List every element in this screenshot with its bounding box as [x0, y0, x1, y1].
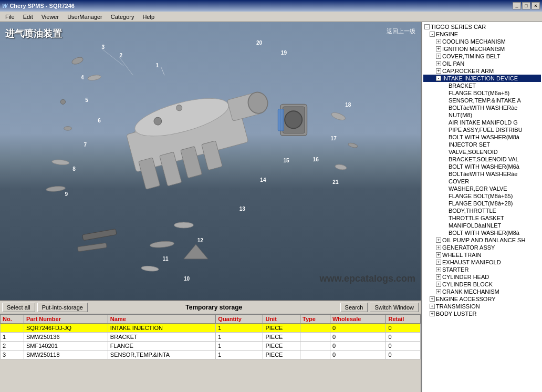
switch-window-button[interactable]: Switch Window — [370, 303, 419, 312]
svg-point-23 — [335, 164, 347, 171]
tree-item[interactable]: BOLT WITH WASHER(M6à — [423, 163, 541, 170]
expand-icon[interactable]: + — [430, 311, 435, 316]
expand-icon[interactable]: + — [436, 282, 441, 287]
tree-item[interactable]: WASHER,EGR VALVE — [423, 185, 541, 192]
tree-item[interactable]: +TRANSMISSION — [423, 303, 541, 310]
tree-item[interactable]: FLANGE BOLT(M6a+8) — [423, 89, 541, 97]
expand-icon[interactable]: + — [430, 304, 435, 309]
svg-point-17 — [60, 99, 65, 104]
tree-item[interactable]: SENSOR,TEMP.&INTAKE A — [423, 97, 541, 104]
cell-part-number: SMF140201 — [24, 342, 108, 350]
col-quantity: Quantity — [216, 315, 263, 324]
expand-icon[interactable]: + — [436, 61, 441, 66]
tree-item[interactable]: BOLTàeWITH WASHERàe — [423, 104, 541, 111]
tree-item[interactable]: AIR INTAKE MANIFOLD G — [423, 119, 541, 126]
collapse-icon[interactable]: - — [424, 24, 430, 29]
put-into-storage-button[interactable]: Put-into-storage — [37, 303, 88, 312]
cell-unit: PIECE — [263, 324, 300, 333]
expand-icon[interactable]: + — [436, 252, 441, 257]
tree-item-label: CYLINDER HEAD — [442, 274, 489, 280]
tree-item-label: BRACKET — [449, 82, 476, 89]
expand-icon[interactable]: + — [436, 68, 441, 74]
tree-item[interactable]: COVER — [423, 178, 541, 185]
expand-icon[interactable]: + — [430, 296, 435, 302]
expand-icon[interactable]: + — [436, 54, 441, 59]
maximize-button[interactable]: □ — [522, 2, 530, 9]
tree-item[interactable]: +WHEEL TRAIN — [423, 251, 541, 259]
tree-item[interactable]: +BODY LUSTER — [423, 310, 541, 317]
tree-item[interactable]: +STARTER — [423, 266, 541, 273]
temporary-storage-label: Temporary storage — [90, 304, 338, 311]
tree-item[interactable]: VALVE,SOLENOID — [423, 148, 541, 156]
table-header-row: No. Part Number Name Quantity Unit Type … — [1, 315, 421, 324]
tree-item[interactable]: +CYLINDER BLOCK — [423, 281, 541, 288]
tree-item[interactable]: +IGNITION MECHANISM — [423, 45, 541, 53]
tree-panel[interactable]: -TIGGO SERIES CAR-ENGINE+COOLING MECHANI… — [421, 22, 542, 392]
tree-item[interactable]: +ENGINE ACCESSORY — [423, 295, 541, 303]
tree-item[interactable]: THROTTLE GASKET — [423, 214, 541, 222]
search-button[interactable]: Search — [340, 303, 368, 312]
tree-item[interactable]: +CYLINDER HEAD — [423, 273, 541, 281]
table-container[interactable]: No. Part Number Name Quantity Unit Type … — [0, 314, 421, 391]
tree-item[interactable]: BOLT WITH WASHER(M8à — [423, 133, 541, 141]
tree-item[interactable]: +GENERATOR ASSY — [423, 244, 541, 251]
tree-item[interactable]: BODY,THROTTLE — [423, 207, 541, 214]
tree-item-label: BRACKET,SOLENOID VAL — [449, 156, 519, 162]
menu-bar: File Edit Viewer UserManager Category He… — [0, 12, 542, 22]
menu-viewer[interactable]: Viewer — [37, 13, 63, 21]
tree-item[interactable]: BOLT WITH WASHER(M8à — [423, 229, 541, 236]
tree-item[interactable]: +EXHAUST MANIFOLD — [423, 259, 541, 266]
menu-usermanager[interactable]: UserManager — [63, 13, 107, 21]
menu-edit[interactable]: Edit — [19, 13, 37, 21]
svg-text:7: 7 — [84, 142, 87, 148]
tree-item-label: EXHAUST MANIFOLD — [442, 259, 501, 265]
menu-category[interactable]: Category — [107, 13, 139, 21]
table-row[interactable]: 1 SMW250136 BRACKET 1 PIECE 0 0 — [1, 333, 421, 342]
tree-item-label: CAP,ROCKER ARM — [442, 68, 494, 74]
expand-icon[interactable]: + — [436, 245, 441, 250]
expand-icon[interactable]: + — [436, 46, 441, 51]
tree-item-label: COOLING MECHANISM — [442, 38, 506, 45]
collapse-icon[interactable]: - — [430, 32, 435, 37]
tree-item[interactable]: BOLTàeWITH WASHERàe — [423, 170, 541, 178]
tree-item[interactable]: FLANGE BOLT(M8à+65) — [423, 192, 541, 200]
tree-item[interactable]: +COOLING MECHANISM — [423, 38, 541, 45]
tree-item[interactable]: BRACKET,SOLENOID VAL — [423, 156, 541, 163]
menu-file[interactable]: File — [1, 13, 19, 21]
tree-item-label: FLANGE BOLT(M8à+28) — [449, 200, 513, 207]
close-button[interactable]: × — [531, 2, 540, 9]
expand-icon[interactable]: + — [436, 274, 441, 280]
tree-item[interactable]: -INTAKE INJECTION DEVICE — [423, 75, 541, 82]
svg-point-26 — [141, 265, 159, 272]
diagram-nav[interactable]: 返回上一级 — [387, 27, 415, 35]
tree-item[interactable]: PIPE ASSY,FUEL DISTRIBU — [423, 126, 541, 133]
cell-unit: PIECE — [263, 350, 300, 359]
tree-item[interactable]: NUT(M8) — [423, 111, 541, 119]
tree-item[interactable]: +CRANK MECHANISM — [423, 288, 541, 295]
tree-item[interactable]: +OIL PAN — [423, 60, 541, 67]
tree-item[interactable]: +COVER,TIMING BELT — [423, 53, 541, 60]
tree-item[interactable]: -ENGINE — [423, 30, 541, 38]
tree-item[interactable]: INJECTOR SET — [423, 141, 541, 148]
tree-item[interactable]: FLANGE BOLT(M8à+28) — [423, 200, 541, 207]
select-all-button[interactable]: Select all — [2, 303, 35, 312]
tree-item[interactable]: +OIL PUMP AND BANLANCE SH — [423, 236, 541, 244]
expand-icon[interactable]: + — [436, 289, 441, 294]
cell-name: SENSOR,TEMP.&INTA — [108, 350, 215, 359]
tree-item-label: OIL PUMP AND BANLANCE SH — [442, 237, 525, 243]
tree-item[interactable]: BRACKET — [423, 82, 541, 89]
menu-help[interactable]: Help — [138, 13, 159, 21]
expand-icon[interactable]: + — [436, 238, 441, 243]
table-row[interactable]: 2 SMF140201 FLANGE 1 PIECE 0 0 — [1, 342, 421, 350]
expand-icon[interactable]: + — [436, 39, 441, 44]
table-row[interactable]: 3 SMW250118 SENSOR,TEMP.&INTA 1 PIECE 0 … — [1, 350, 421, 359]
tree-item[interactable]: +CAP,ROCKER ARM — [423, 67, 541, 75]
tree-item[interactable]: MANIFOLDàaINLET — [423, 222, 541, 229]
collapse-icon[interactable]: - — [436, 76, 441, 81]
table-row[interactable]: SQR7246FDJ-JQ INTAKE INJECTION 1 PIECE 0… — [1, 324, 421, 333]
minimize-button[interactable]: _ — [513, 2, 521, 9]
svg-text:6: 6 — [98, 118, 101, 123]
tree-item[interactable]: -TIGGO SERIES CAR — [423, 23, 541, 30]
expand-icon[interactable]: + — [436, 267, 441, 272]
expand-icon[interactable]: + — [436, 260, 441, 265]
